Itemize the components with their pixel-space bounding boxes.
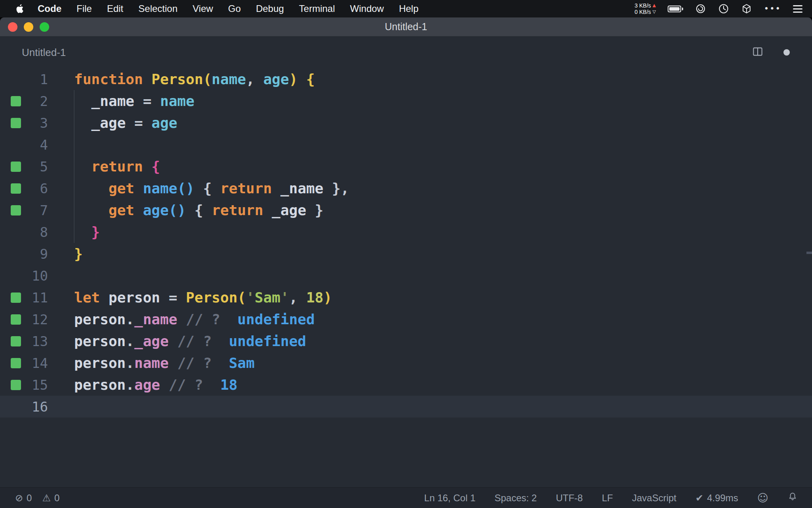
window-title: Untitled-1 xyxy=(0,21,812,33)
status-bar: ⊘ 0 ⚠ 0 Ln 16, Col 1 Spaces: 2 UTF-8 LF … xyxy=(0,487,812,508)
code-line-16[interactable]: 16 xyxy=(0,396,812,418)
more-menu-icon[interactable]: ••• xyxy=(764,4,781,13)
menu-item-code[interactable]: Code xyxy=(30,3,69,14)
clock-icon[interactable] xyxy=(718,3,729,14)
window-titlebar[interactable]: Untitled-1 xyxy=(0,17,812,37)
status-language[interactable]: JavaScript xyxy=(632,493,676,504)
upload-speed: 3 KB/s xyxy=(635,2,651,9)
apple-menu-icon[interactable] xyxy=(9,4,30,14)
menu-item-terminal[interactable]: Terminal xyxy=(291,3,343,14)
status-encoding[interactable]: UTF-8 xyxy=(556,493,583,504)
menu-item-window[interactable]: Window xyxy=(343,3,391,14)
coverage-indicator xyxy=(11,183,21,194)
status-indentation[interactable]: Spaces: 2 xyxy=(494,493,537,504)
code-line-8[interactable]: 8 } xyxy=(0,221,812,243)
menu-item-edit[interactable]: Edit xyxy=(100,3,131,14)
cube-menu-icon[interactable] xyxy=(741,3,752,14)
vscode-window: Untitled-1 Untitled-1 1function Person(n… xyxy=(0,17,812,508)
menu-item-help[interactable]: Help xyxy=(391,3,426,14)
battery-icon[interactable] xyxy=(668,6,683,12)
coverage-indicator xyxy=(11,96,21,106)
line-number: 14 xyxy=(21,355,48,371)
line-number: 6 xyxy=(21,181,48,196)
line-number: 9 xyxy=(21,246,48,262)
code-text: function Person(name, age) { xyxy=(74,71,315,87)
code-text: _age = age xyxy=(74,115,177,131)
menu-item-view[interactable]: View xyxy=(185,3,221,14)
app-menus: CodeFileEditSelectionViewGoDebugTerminal… xyxy=(30,3,426,14)
coverage-indicator xyxy=(11,118,21,128)
editor-tab-bar: Untitled-1 xyxy=(0,37,812,68)
tab-untitled-1[interactable]: Untitled-1 xyxy=(0,46,66,59)
scrollbar-thumb[interactable] xyxy=(806,252,812,254)
line-number: 4 xyxy=(21,137,48,153)
code-line-4[interactable]: 4 xyxy=(0,134,812,156)
menu-item-debug[interactable]: Debug xyxy=(248,3,291,14)
code-line-13[interactable]: 13person._age // ? undefined xyxy=(0,330,812,352)
code-line-15[interactable]: 15person.age // ? 18 xyxy=(0,374,812,396)
warning-icon: ⚠ xyxy=(42,493,51,504)
list-menu-icon[interactable] xyxy=(793,5,802,13)
menu-item-file[interactable]: File xyxy=(69,3,100,14)
code-text: person.name // ? Sam xyxy=(74,355,255,371)
coverage-indicator xyxy=(11,336,21,346)
coverage-indicator xyxy=(11,292,21,303)
code-line-11[interactable]: 11let person = Person('Sam', 18) xyxy=(0,287,812,308)
code-text: get age() { return _age } xyxy=(74,202,324,218)
code-line-1[interactable]: 1function Person(name, age) { xyxy=(0,68,812,90)
coverage-empty xyxy=(11,140,21,150)
menu-item-selection[interactable]: Selection xyxy=(131,3,185,14)
code-text: get name() { return _name }, xyxy=(74,180,349,196)
code-text: let person = Person('Sam', 18) xyxy=(74,289,332,306)
code-lines: 1function Person(name, age) {2 _name = n… xyxy=(0,68,812,418)
coverage-empty xyxy=(11,402,21,412)
code-line-7[interactable]: 7 get age() { return _age } xyxy=(0,199,812,221)
problems-errors[interactable]: ⊘ 0 xyxy=(15,493,32,504)
code-text: } xyxy=(74,246,83,262)
network-speed-indicator[interactable]: 3 KB/s ▲ 0 KB/s ▽ xyxy=(635,2,656,15)
download-speed: 0 KB/s xyxy=(635,9,651,15)
coverage-indicator xyxy=(11,205,21,216)
line-number: 7 xyxy=(21,202,48,218)
problems-warnings[interactable]: ⚠ 0 xyxy=(42,493,59,504)
split-editor-icon[interactable] xyxy=(752,46,764,59)
code-line-3[interactable]: 3 _age = age xyxy=(0,112,812,134)
line-number: 1 xyxy=(21,71,48,87)
line-number: 3 xyxy=(21,115,48,131)
notifications-bell-icon[interactable] xyxy=(787,492,798,504)
perf-time: 4.99ms xyxy=(707,493,738,504)
unsaved-indicator-dot[interactable] xyxy=(783,49,790,56)
line-number: 16 xyxy=(21,399,48,415)
code-line-14[interactable]: 14person.name // ? Sam xyxy=(0,352,812,374)
coverage-indicator xyxy=(11,380,21,390)
coverage-indicator xyxy=(11,358,21,368)
line-number: 15 xyxy=(21,377,48,393)
macos-menu-bar: CodeFileEditSelectionViewGoDebugTerminal… xyxy=(0,0,812,17)
code-editor[interactable]: 1function Person(name, age) {2 _name = n… xyxy=(0,68,812,487)
code-line-5[interactable]: 5 return { xyxy=(0,156,812,177)
coverage-empty xyxy=(11,249,21,259)
line-number: 8 xyxy=(21,224,48,240)
code-line-2[interactable]: 2 _name = name xyxy=(0,90,812,112)
menu-item-go[interactable]: Go xyxy=(220,3,248,14)
feedback-smiley-icon[interactable]: ☺ xyxy=(757,492,768,504)
line-number: 10 xyxy=(21,268,48,284)
warning-count: 0 xyxy=(54,493,59,504)
code-text: _name = name xyxy=(74,93,194,109)
coverage-indicator xyxy=(11,314,21,325)
line-number: 13 xyxy=(21,333,48,349)
code-line-6[interactable]: 6 get name() { return _name }, xyxy=(0,177,812,199)
line-number: 11 xyxy=(21,290,48,306)
status-eol[interactable]: LF xyxy=(602,493,613,504)
code-line-12[interactable]: 12person._name // ? undefined xyxy=(0,308,812,330)
coverage-empty xyxy=(11,74,21,85)
upload-arrow-icon: ▲ xyxy=(653,2,656,9)
code-line-10[interactable]: 10 xyxy=(0,265,812,287)
status-quokka-perf[interactable]: ✔ 4.99ms xyxy=(695,493,738,504)
status-cursor-position[interactable]: Ln 16, Col 1 xyxy=(424,493,475,504)
line-number: 2 xyxy=(21,93,48,109)
coverage-empty xyxy=(11,271,21,281)
code-line-9[interactable]: 9} xyxy=(0,243,812,265)
line-number: 5 xyxy=(21,159,48,175)
swirl-menu-icon[interactable] xyxy=(695,3,706,14)
